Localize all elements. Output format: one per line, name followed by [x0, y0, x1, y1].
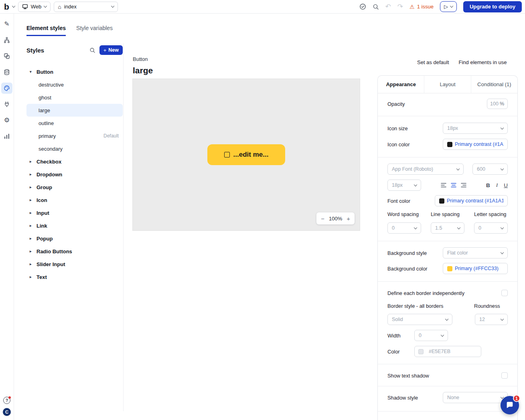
platform-selector[interactable]: Web: [18, 2, 51, 12]
property-inspector: Appearance Layout Conditional (1) Opacit…: [377, 75, 518, 420]
font-weight-select[interactable]: 600: [472, 164, 508, 175]
new-style-button[interactable]: + New: [99, 45, 123, 55]
opacity-input[interactable]: 100 %: [487, 99, 508, 109]
tab-appearance[interactable]: Appearance: [378, 76, 424, 93]
caret-right-icon[interactable]: ▸: [30, 185, 36, 189]
style-group-input[interactable]: ▸ Input: [26, 206, 123, 219]
font-color-row: Font color Primary contrast (#1A1A1A): [387, 195, 508, 206]
zoom-in-icon[interactable]: +: [347, 216, 350, 222]
search-icon[interactable]: [373, 4, 379, 10]
tab-layout[interactable]: Layout: [424, 76, 471, 93]
search-icon[interactable]: [89, 47, 95, 53]
style-item-large[interactable]: large: [26, 104, 123, 117]
style-item-destructive[interactable]: destructive: [26, 78, 123, 91]
tab-style-variables[interactable]: Style variables: [76, 25, 113, 36]
style-group-dropdown[interactable]: ▸ Dropdown: [26, 168, 123, 181]
caret-right-icon[interactable]: ▸: [30, 160, 36, 164]
background-color-row: Background color Primary (#FFCC33): [387, 263, 508, 274]
avatar[interactable]: C: [3, 408, 11, 416]
word-spacing-select[interactable]: 0: [387, 222, 421, 234]
tab-conditional[interactable]: Conditional (1): [471, 76, 517, 93]
icon-color-value: Primary contrast (#1A1A1A): [455, 141, 503, 147]
page-selector[interactable]: ⌂ index: [54, 2, 118, 12]
upgrade-to-deploy-button[interactable]: Upgrade to deploy: [463, 1, 522, 12]
workflow-icon[interactable]: [1, 34, 12, 46]
icon-color-picker[interactable]: Primary contrast (#1A1A1A): [443, 139, 508, 150]
border-independent-checkbox[interactable]: [501, 290, 508, 296]
caret-right-icon[interactable]: ▸: [30, 211, 36, 215]
bold-button[interactable]: B: [486, 182, 490, 188]
redo-icon[interactable]: ↷: [397, 3, 403, 10]
warning-icon: ⚠: [409, 4, 415, 10]
background-style-select[interactable]: Flat color: [443, 247, 508, 258]
help-icon[interactable]: ?: [3, 397, 10, 404]
undo-icon[interactable]: ↶: [385, 3, 391, 10]
roundness-select[interactable]: 12: [475, 314, 508, 325]
logs-chart-icon[interactable]: [1, 131, 12, 142]
border-controls-row: Solid 12: [387, 314, 508, 325]
chat-launcher[interactable]: 1: [501, 396, 519, 414]
style-group-icon[interactable]: ▸ Icon: [26, 194, 123, 206]
check-circle-icon[interactable]: [359, 3, 366, 10]
style-item-primary[interactable]: primary Default: [26, 129, 123, 142]
style-item-ghost[interactable]: ghost: [26, 91, 123, 104]
align-left-icon[interactable]: [440, 182, 447, 188]
caret-right-icon[interactable]: ▸: [30, 224, 36, 228]
plugins-icon[interactable]: [1, 99, 12, 110]
style-group-link[interactable]: ▸ Link: [26, 219, 123, 232]
caret-right-icon[interactable]: ▸: [30, 236, 36, 240]
find-elements-link[interactable]: Find elements in use: [459, 59, 507, 65]
design-pencil-icon[interactable]: ✎: [1, 18, 12, 30]
align-right-icon[interactable]: [460, 182, 467, 188]
issues-indicator[interactable]: ⚠ 1 issue: [409, 4, 434, 10]
tab-element-styles[interactable]: Element styles: [26, 25, 66, 36]
preview-button-element[interactable]: ...edit me...: [207, 144, 285, 165]
italic-button[interactable]: I: [496, 182, 498, 188]
font-color-picker[interactable]: Primary contrast (#1A1A1A): [435, 195, 508, 206]
style-group-radio-buttons[interactable]: ▸ Radio Buttons: [26, 245, 123, 258]
shadow-style-select[interactable]: None: [443, 392, 508, 403]
database-icon[interactable]: [1, 67, 12, 78]
icon-color-row: Icon color Primary contrast (#1A1A1A): [387, 139, 508, 150]
components-icon[interactable]: [1, 50, 12, 62]
chevron-down-icon: [445, 317, 448, 320]
line-spacing-select[interactable]: 1.5: [431, 222, 464, 234]
font-family-select[interactable]: App Font (Roboto): [387, 164, 464, 175]
underline-button[interactable]: U: [504, 182, 508, 188]
icon-size-select[interactable]: 18px: [443, 123, 508, 134]
letter-spacing-select[interactable]: 0: [474, 222, 508, 234]
border-color-input[interactable]: #E5E7EB: [414, 346, 481, 357]
caret-right-icon[interactable]: ▸: [30, 172, 36, 176]
style-group-button[interactable]: ▾ Button: [26, 65, 123, 78]
border-width-select[interactable]: 0: [414, 330, 448, 341]
caret-down-icon[interactable]: ▾: [30, 70, 36, 74]
caret-right-icon[interactable]: ▸: [30, 275, 36, 279]
chevron-down-icon: [441, 333, 444, 336]
caret-right-icon[interactable]: ▸: [30, 262, 36, 266]
style-item-secondary[interactable]: secondary: [26, 142, 123, 155]
align-center-icon[interactable]: [450, 182, 457, 188]
style-group-text[interactable]: ▸ Text: [26, 271, 123, 283]
caret-right-icon[interactable]: ▸: [30, 249, 36, 253]
border-style-label: Border style - all borders: [387, 303, 443, 309]
style-item-outline[interactable]: outline: [26, 117, 123, 129]
caret-right-icon[interactable]: ▸: [30, 198, 36, 202]
style-group-group[interactable]: ▸ Group: [26, 181, 123, 194]
style-group-popup[interactable]: ▸ Popup: [26, 232, 123, 245]
zoom-out-icon[interactable]: −: [321, 216, 324, 222]
font-size-value: 18px: [392, 182, 403, 188]
bubble-logo-icon[interactable]: b: [4, 2, 9, 11]
set-as-default-link[interactable]: Set as default: [417, 59, 449, 65]
background-color-picker[interactable]: Primary (#FFCC33): [443, 263, 508, 274]
styles-palette-icon[interactable]: [1, 83, 12, 94]
text-shadow-checkbox[interactable]: [501, 372, 508, 379]
style-group-slider-input[interactable]: ▸ Slider Input: [26, 258, 123, 271]
style-group-checkbox[interactable]: ▸ Checkbox: [26, 155, 123, 168]
border-style-select[interactable]: Solid: [387, 314, 452, 325]
roundness-value: 12: [479, 317, 485, 322]
chevron-down-icon[interactable]: [12, 4, 15, 8]
font-size-select[interactable]: 18px: [387, 180, 421, 191]
settings-gear-icon[interactable]: ⚙: [1, 115, 12, 126]
preview-button[interactable]: ▷: [440, 1, 457, 12]
style-preview-canvas: ...edit me... − 100% +: [132, 79, 360, 231]
